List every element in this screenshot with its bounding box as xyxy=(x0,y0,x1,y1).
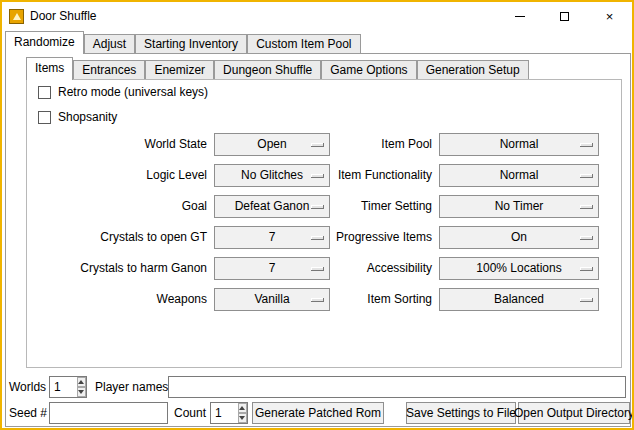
count-spin-arrows xyxy=(238,403,247,423)
timer-setting-label: Timer Setting xyxy=(320,195,432,218)
retro-mode-checkbox[interactable] xyxy=(38,86,51,99)
maximize-icon xyxy=(560,12,569,21)
worlds-input[interactable] xyxy=(50,377,77,397)
goal-dropdown[interactable]: Defeat Ganon xyxy=(214,195,330,218)
tab-adjust[interactable]: Adjust xyxy=(84,34,135,53)
accessibility-label: Accessibility xyxy=(320,257,432,280)
tab-items[interactable]: Items xyxy=(26,57,73,80)
world-state-label: World State xyxy=(40,133,207,156)
item-sorting-dropdown[interactable]: Balanced xyxy=(439,288,599,311)
progressive-items-dropdown[interactable]: On xyxy=(439,226,599,249)
retro-mode-checkbox-row: Retro mode (universal keys) xyxy=(38,86,208,99)
window-title: Door Shuffle xyxy=(30,9,97,23)
count-input[interactable] xyxy=(211,403,238,423)
tab-game-options[interactable]: Game Options xyxy=(321,60,416,79)
crystals-gt-dropdown[interactable]: 7 xyxy=(214,226,330,249)
generate-patched-rom-button[interactable]: Generate Patched Rom xyxy=(252,402,384,424)
item-pool-dropdown[interactable]: Normal xyxy=(439,133,599,156)
tab-entrances[interactable]: Entrances xyxy=(73,60,145,79)
seed-input[interactable] xyxy=(49,402,168,424)
close-icon: × xyxy=(606,10,614,23)
close-button[interactable]: × xyxy=(587,2,632,30)
player-names-label: Player names xyxy=(95,376,168,398)
worlds-spin-arrows xyxy=(77,377,86,397)
arrow-up-icon xyxy=(239,406,245,410)
crystals-gt-label: Crystals to open GT xyxy=(40,226,207,249)
retro-mode-label: Retro mode (universal keys) xyxy=(58,86,208,99)
open-output-directory-button[interactable]: Open Output Directory xyxy=(518,402,630,424)
count-spinner[interactable] xyxy=(210,402,248,424)
progressive-items-value: On xyxy=(511,227,527,248)
minimize-icon xyxy=(515,16,525,17)
spin-up-button[interactable] xyxy=(238,403,247,413)
shopsanity-checkbox-row: Shopsanity xyxy=(38,111,117,124)
crystals-gt-value: 7 xyxy=(269,227,276,248)
outer-tab-bar: Randomize Adjust Starting Inventory Cust… xyxy=(5,31,361,53)
item-functionality-dropdown[interactable]: Normal xyxy=(439,164,599,187)
tab-randomize[interactable]: Randomize xyxy=(5,31,84,54)
crystals-ganon-dropdown[interactable]: 7 xyxy=(214,257,330,280)
app-window: Door Shuffle × Randomize Adjust Starting… xyxy=(0,0,634,430)
arrow-up-icon xyxy=(78,380,84,384)
spin-down-button[interactable] xyxy=(77,387,86,397)
worlds-spinner[interactable] xyxy=(49,376,87,398)
count-label: Count xyxy=(174,402,206,424)
goal-value: Defeat Ganon xyxy=(235,196,310,217)
maximize-button[interactable] xyxy=(542,2,587,30)
title-bar: Door Shuffle × xyxy=(2,2,632,30)
weapons-label: Weapons xyxy=(40,288,207,311)
shopsanity-label: Shopsanity xyxy=(58,111,117,124)
spin-up-button[interactable] xyxy=(77,377,86,387)
accessibility-value: 100% Locations xyxy=(476,258,561,279)
minimize-button[interactable] xyxy=(497,2,542,30)
inner-tab-bar: Items Entrances Enemizer Dungeon Shuffle… xyxy=(26,57,529,79)
timer-setting-value: No Timer xyxy=(495,196,544,217)
goal-label: Goal xyxy=(40,195,207,218)
player-names-input[interactable] xyxy=(168,376,626,398)
dropdown-indicator-icon xyxy=(580,143,593,147)
crystals-ganon-label: Crystals to harm Ganon xyxy=(40,257,207,280)
save-settings-button[interactable]: Save Settings to File xyxy=(406,402,516,424)
tab-generation-setup[interactable]: Generation Setup xyxy=(417,60,529,79)
accessibility-dropdown[interactable]: 100% Locations xyxy=(439,257,599,280)
tab-custom-item-pool[interactable]: Custom Item Pool xyxy=(247,34,360,53)
arrow-down-icon xyxy=(78,390,84,394)
worlds-label: Worlds xyxy=(9,376,46,398)
logic-level-dropdown[interactable]: No Glitches xyxy=(214,164,330,187)
item-pool-value: Normal xyxy=(500,134,539,155)
tab-starting-inventory[interactable]: Starting Inventory xyxy=(135,34,247,53)
seed-label: Seed # xyxy=(9,402,47,424)
item-pool-label: Item Pool xyxy=(320,133,432,156)
spin-down-button[interactable] xyxy=(238,413,247,423)
shopsanity-checkbox[interactable] xyxy=(38,111,51,124)
item-sorting-value: Balanced xyxy=(494,289,544,310)
app-icon xyxy=(9,9,24,24)
logic-level-label: Logic Level xyxy=(40,164,207,187)
dropdown-indicator-icon xyxy=(580,174,593,178)
item-sorting-label: Item Sorting xyxy=(320,288,432,311)
world-state-dropdown[interactable]: Open xyxy=(214,133,330,156)
timer-setting-dropdown[interactable]: No Timer xyxy=(439,195,599,218)
tab-dungeon-shuffle[interactable]: Dungeon Shuffle xyxy=(214,60,321,79)
item-functionality-value: Normal xyxy=(500,165,539,186)
window-controls: × xyxy=(497,2,632,30)
dropdown-indicator-icon xyxy=(580,205,593,209)
weapons-dropdown[interactable]: Vanilla xyxy=(214,288,330,311)
item-functionality-label: Item Functionality xyxy=(320,164,432,187)
world-state-value: Open xyxy=(257,134,286,155)
dropdown-indicator-icon xyxy=(580,298,593,302)
weapons-value: Vanilla xyxy=(254,289,289,310)
crystals-ganon-value: 7 xyxy=(269,258,276,279)
logic-level-value: No Glitches xyxy=(241,165,303,186)
tab-enemizer[interactable]: Enemizer xyxy=(145,60,214,79)
dropdown-indicator-icon xyxy=(580,236,593,240)
progressive-items-label: Progressive Items xyxy=(320,226,432,249)
arrow-down-icon xyxy=(239,416,245,420)
dropdown-indicator-icon xyxy=(580,267,593,271)
